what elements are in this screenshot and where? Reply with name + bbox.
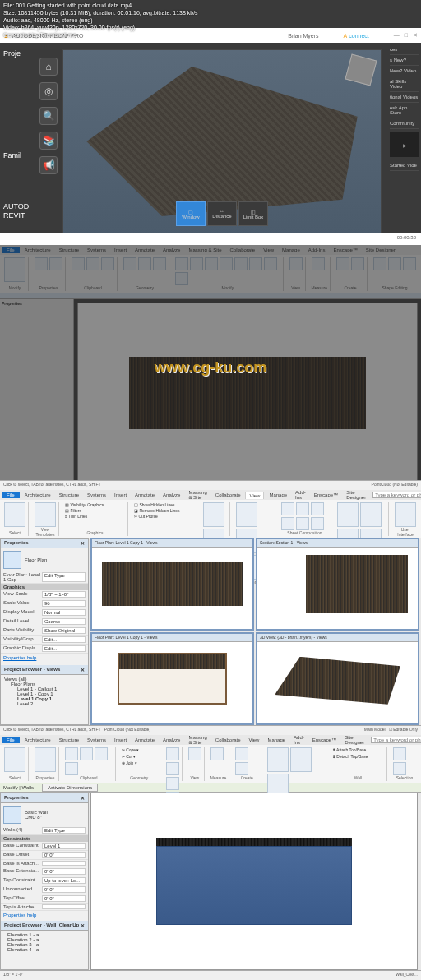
tree-item[interactable]: Elevation 4 - a: [7, 947, 81, 952]
recap-right-panel: ces s New? New? Video al Skills Video ti…: [388, 43, 421, 257]
user-interface-button[interactable]: [395, 502, 416, 527]
floorplan-view-2[interactable]: Floor Plan: Level 1 Copy 1 - Views: [90, 632, 254, 725]
layers-icon[interactable]: 📚: [39, 132, 58, 150]
revit-ribbon-3: Select View Templates ▦ Visibility/ Grap…: [0, 500, 421, 538]
3d-view[interactable]: 3D View: {3D - brian.l.myers} - Views: [256, 632, 419, 725]
modify-button[interactable]: [4, 747, 25, 772]
properties-help-link[interactable]: Properties help: [1, 911, 88, 919]
revit-menubar: File Architecture Structure Systems Inse…: [0, 245, 421, 255]
viewport-grid: Floor Plan: Level 1 Copy 1 - Views Secti…: [90, 538, 419, 725]
play-icon[interactable]: ▶: [390, 132, 419, 157]
recap-nav-tools: ⌂ ◎ 🔍 📚 📢: [39, 58, 58, 174]
watermark-text: www.cg-ku.com: [155, 359, 266, 377]
revit-dimmed-panel: File Architecture Structure Systems Inse…: [0, 245, 421, 490]
search-input[interactable]: [371, 737, 421, 743]
connect-link[interactable]: connect: [349, 33, 369, 39]
section-view[interactable]: Section: Section 1 - Views: [256, 538, 419, 631]
options-bar: Modify | Walls Activate Dimensions: [0, 783, 421, 793]
project-label: Proje: [0, 48, 31, 59]
thin-lines-button[interactable]: ≡ Thin Lines: [65, 514, 87, 519]
revit-canvas-dim[interactable]: [77, 303, 418, 483]
recap-3d-viewport[interactable]: ▢Window ↔Distance ◫Limit Box: [62, 49, 382, 250]
view-templates-button[interactable]: [35, 502, 56, 527]
floorplan-view[interactable]: Floor Plan: Level 1 Copy 1 - Views: [90, 538, 254, 631]
3d-view-button[interactable]: [236, 502, 257, 527]
close-hidden-button[interactable]: [360, 502, 382, 527]
recap-user[interactable]: Brian Myers: [288, 33, 318, 39]
viewcube-icon[interactable]: [345, 53, 377, 86]
instance-select[interactable]: Walls (4): [3, 827, 42, 834]
family-label: Famil: [0, 150, 31, 161]
globe-icon[interactable]: ◎: [39, 82, 58, 100]
reset-profile-button[interactable]: [290, 747, 312, 772]
point-cloud-render: [72, 58, 372, 224]
show-hidden-button[interactable]: ◫ Show Hidden Lines: [134, 502, 174, 507]
file-metadata: File: 001 Getting started with point clo…: [3, 2, 198, 39]
revit-ribbon: Modify Properties Clipboard Geometry Mod…: [0, 255, 421, 293]
distance-tool[interactable]: ↔Distance: [207, 201, 237, 226]
home-icon[interactable]: ⌂: [39, 58, 58, 76]
vis-graphics-button[interactable]: ▦ Visibility/ Graphics: [65, 502, 104, 507]
floorplan-icon: [3, 551, 21, 569]
close-icon[interactable]: ✕: [81, 795, 85, 801]
revit-ribbon-4: Select Properties Clipboard ✂ Cope ▾ ✂ C…: [0, 745, 421, 783]
browser-title: Project Browser - Views: [4, 667, 60, 673]
modify-button[interactable]: [4, 257, 25, 282]
autodesk-a-icon: A: [344, 33, 348, 39]
type-label: Floor Plan: [25, 557, 47, 562]
attach-button[interactable]: ⬆ Attach Top/Base: [332, 747, 366, 752]
properties-help-link[interactable]: Properties help: [1, 654, 88, 662]
detach-button[interactable]: ⬇ Detach Top/Base: [332, 754, 368, 759]
timestamp: 00:00:32: [397, 235, 416, 243]
file-menu[interactable]: File: [2, 492, 20, 498]
properties-panel-4: Properties✕ Basic WallCMU 8" Walls (4)Ed…: [0, 793, 89, 970]
recap-left-strip: Proje Famil: [0, 43, 31, 257]
revit-menubar-3: File Architecture Structure Systems Inse…: [0, 490, 421, 500]
recap-statusbar: 00:00:32: [0, 233, 421, 245]
minimize-button[interactable]: —: [394, 32, 400, 39]
properties-panel-dim: Properties: [0, 299, 74, 480]
revit-4view-panel: File Architecture Structure Systems Inse…: [0, 490, 421, 735]
revit-menubar-4: File Architecture Structure Systems Inse…: [0, 735, 421, 745]
window-tool[interactable]: ▢Window: [176, 201, 206, 226]
render-button[interactable]: [203, 502, 224, 527]
close-icon[interactable]: ✕: [81, 667, 85, 673]
close-icon[interactable]: ✕: [81, 540, 85, 546]
search-icon[interactable]: 🔍: [39, 107, 58, 125]
maximize-button[interactable]: □: [405, 32, 408, 39]
limitbox-tool[interactable]: ◫Limit Box: [238, 201, 268, 226]
edit-profile-button[interactable]: [267, 747, 289, 772]
announce-icon[interactable]: 📢: [39, 156, 58, 174]
revit-brand-label: AUTOD REVIT: [3, 202, 29, 220]
properties-panel: Properties✕ Floor Plan Floor Plan: Level…: [0, 538, 89, 725]
tree-item[interactable]: Level 2: [4, 701, 85, 706]
filters-button[interactable]: ▤ Filters: [65, 508, 81, 513]
remove-hidden-button[interactable]: ◪ Remove Hidden Lines: [134, 508, 180, 513]
activate-dimensions-button[interactable]: Activate Dimensions: [42, 784, 98, 792]
search-input[interactable]: [372, 492, 421, 498]
file-menu[interactable]: File: [2, 247, 20, 253]
recap-pro-panel: File: 001 Getting started with point clo…: [0, 0, 421, 245]
close-icon[interactable]: ✕: [81, 922, 85, 928]
properties-title: Properties: [4, 540, 29, 546]
cut-profile-button[interactable]: ✂ Cut Profile: [134, 514, 158, 519]
edit-type-button[interactable]: Edit Type: [42, 572, 86, 582]
revit-elevation-canvas[interactable]: [90, 793, 418, 970]
wall-icon: [3, 806, 21, 824]
instance-select[interactable]: Floor Plan: Level 1 Cop: [3, 572, 42, 582]
statusbar-4: 1/8" = 1'-0" Wall_Clea...: [0, 970, 421, 980]
switch-windows-button[interactable]: [337, 502, 359, 527]
close-button[interactable]: ✕: [413, 32, 418, 39]
wall-point-cloud: [156, 838, 352, 926]
modify-button[interactable]: [4, 502, 25, 527]
edit-type-button[interactable]: Edit Type: [42, 827, 86, 834]
revit-wall-panel: File Architecture Structure Systems Inse…: [0, 735, 421, 980]
file-menu[interactable]: File: [2, 737, 20, 743]
